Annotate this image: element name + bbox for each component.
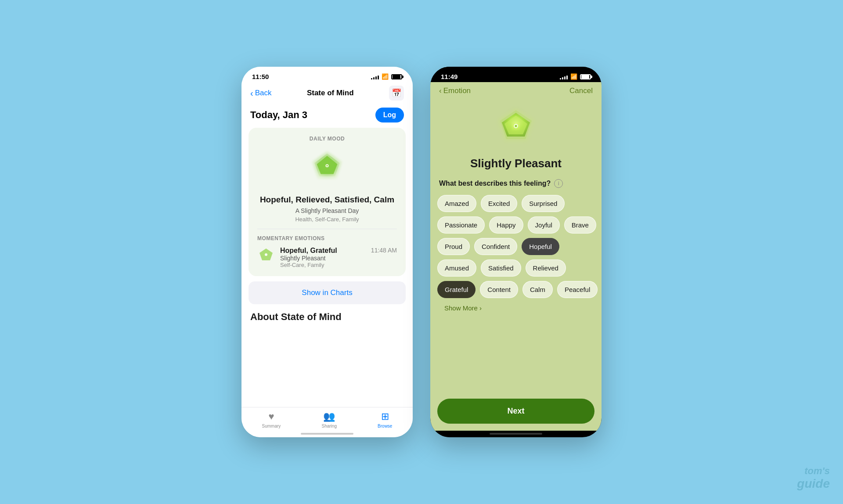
battery-icon-right: [580, 74, 591, 79]
back-label: Back: [255, 89, 272, 97]
wifi-icon: 📶: [382, 73, 389, 80]
log-button[interactable]: Log: [375, 108, 404, 122]
chip-relieved[interactable]: Relieved: [526, 259, 566, 277]
status-bar-right: 11:49 📶: [430, 67, 602, 82]
svg-point-4: [326, 165, 328, 167]
emotion-type: Slightly Pleasant: [280, 255, 366, 262]
chevron-left-icon: ‹: [250, 88, 253, 98]
chip-confident[interactable]: Confident: [474, 238, 517, 255]
info-icon[interactable]: i: [554, 179, 563, 188]
momentary-section-label: MOMENTARY EMOTIONS: [257, 235, 397, 241]
chip-peaceful[interactable]: Peaceful: [557, 281, 598, 298]
center-pentagon: [430, 106, 602, 150]
show-more-button[interactable]: Show More ›: [437, 302, 594, 313]
home-indicator-right: [490, 433, 542, 435]
status-bar-left: 11:50 📶: [241, 67, 413, 82]
chip-passionate[interactable]: Passionate: [437, 216, 485, 234]
nav-title: State of Mind: [307, 89, 354, 97]
tab-summary-label: Summary: [262, 424, 281, 428]
date-row: Today, Jan 3 Log: [241, 104, 413, 128]
chip-satisfied[interactable]: Satisfied: [481, 259, 521, 277]
battery-icon: [391, 74, 402, 79]
status-icons-left: 📶: [371, 73, 402, 80]
show-more-label: Show More: [444, 304, 478, 312]
chip-grateful[interactable]: Grateful: [437, 281, 476, 298]
chip-calm[interactable]: Calm: [522, 281, 553, 298]
next-button[interactable]: Next: [437, 399, 594, 424]
feeling-question-text: What best describes this feeling?: [439, 180, 551, 187]
time-left: 11:50: [252, 73, 269, 80]
tab-browse-label: Browse: [378, 424, 392, 428]
toms-guide-line2: guide: [797, 477, 830, 491]
about-title: About State of Mind: [250, 311, 404, 323]
about-section: About State of Mind: [241, 311, 413, 323]
tab-summary[interactable]: ♥ Summary: [262, 411, 281, 428]
cancel-button[interactable]: Cancel: [569, 86, 593, 95]
mood-emotions-text: Hopeful, Relieved, Satisfied, Calm: [257, 194, 397, 205]
mood-pentagon: [307, 148, 347, 187]
signal-icon: [371, 74, 379, 79]
toms-guide-watermark: tom's guide: [797, 465, 830, 491]
mood-card: DAILY MOOD: [249, 128, 406, 276]
emotion-entry-tags: Self-Care, Family: [280, 262, 366, 268]
calendar-button[interactable]: 📅: [389, 86, 404, 101]
left-phone: 11:50 📶 ‹ Back State of Mind 📅 Today, Ja…: [241, 67, 413, 437]
chevron-right-icon: ›: [479, 304, 482, 312]
svg-point-6: [265, 253, 267, 256]
right-phone: 11:49 📶 ‹ Emotion Cancel: [430, 67, 602, 437]
calendar-icon: 📅: [392, 88, 401, 98]
chip-excited[interactable]: Excited: [481, 195, 517, 212]
chip-content[interactable]: Content: [480, 281, 518, 298]
chips-row-2: Passionate Happy Joyful Brave: [437, 216, 594, 234]
signal-icon-right: [560, 74, 568, 79]
browse-icon: ⊞: [381, 411, 389, 422]
emotion-name: Hopeful, Grateful: [280, 247, 366, 255]
tab-sharing-label: Sharing: [321, 424, 336, 428]
wifi-icon-right: 📶: [570, 73, 577, 80]
chips-row-1: Amazed Excited Surprised: [437, 195, 594, 212]
toms-guide-line1: tom's: [797, 465, 830, 477]
mood-sub-text: A Slightly Pleasant Day: [257, 207, 397, 214]
emotion-entry: Hopeful, Grateful Slightly Pleasant Self…: [257, 247, 397, 268]
chips-row-3: Proud Confident Hopeful: [437, 238, 594, 255]
mood-shape: [257, 148, 397, 187]
mood-tags: Health, Self-Care, Family: [257, 216, 397, 223]
status-icons-right: 📶: [560, 73, 591, 80]
chip-proud[interactable]: Proud: [437, 238, 470, 255]
back-button[interactable]: ‹ Back: [250, 88, 271, 98]
emotion-back-label: Emotion: [443, 86, 471, 95]
emotion-time: 11:48 AM: [371, 247, 397, 254]
emotion-info: Hopeful, Grateful Slightly Pleasant Self…: [280, 247, 366, 268]
chip-hopeful[interactable]: Hopeful: [522, 238, 559, 255]
chip-brave[interactable]: Brave: [564, 216, 596, 234]
chevron-left-icon-right: ‹: [439, 86, 442, 95]
chip-surprised[interactable]: Surprised: [522, 195, 565, 212]
feeling-question: What best describes this feeling? i: [430, 179, 602, 188]
chip-happy[interactable]: Happy: [489, 216, 523, 234]
chips-row-5: Grateful Content Calm Peaceful: [437, 281, 594, 298]
emotion-icon-small: [257, 247, 275, 264]
pleasant-title: Slightly Pleasant: [430, 157, 602, 170]
chip-amazed[interactable]: Amazed: [437, 195, 476, 212]
right-content: ‹ Emotion Cancel: [430, 82, 602, 431]
chip-joyful[interactable]: Joyful: [528, 216, 560, 234]
tab-browse[interactable]: ⊞ Browse: [378, 411, 392, 428]
show-charts-button[interactable]: Show in Charts: [249, 281, 406, 304]
heart-icon: ♥: [268, 411, 274, 422]
nav-bar-left: ‹ Back State of Mind 📅: [241, 82, 413, 104]
mood-section-label: DAILY MOOD: [257, 136, 397, 142]
right-nav: ‹ Emotion Cancel: [430, 82, 602, 101]
date-title: Today, Jan 3: [250, 109, 307, 121]
time-right: 11:49: [441, 73, 458, 80]
emotion-back-button[interactable]: ‹ Emotion: [439, 86, 471, 95]
chip-amused[interactable]: Amused: [437, 259, 476, 277]
sharing-icon: 👥: [323, 411, 335, 422]
chips-row-4: Amused Satisfied Relieved: [437, 259, 594, 277]
tab-sharing[interactable]: 👥 Sharing: [321, 411, 336, 428]
chips-area: Amazed Excited Surprised Passionate Happ…: [430, 195, 602, 399]
home-indicator-left: [301, 433, 353, 435]
svg-point-13: [515, 125, 517, 127]
